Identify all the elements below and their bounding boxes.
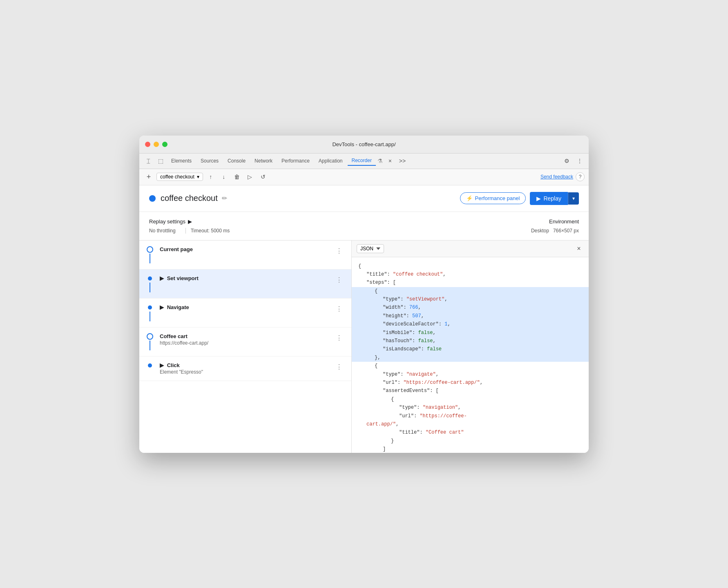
step-navigate[interactable]: ▶ Navigate ⋮ <box>139 298 351 327</box>
step-line-4 <box>150 341 150 350</box>
window-title: DevTools - coffee-cart.app/ <box>332 141 395 147</box>
tab-performance[interactable]: Performance <box>277 156 314 165</box>
replay-dropdown-btn[interactable]: ▾ <box>568 192 579 205</box>
step-expand-icon-click: ▶ <box>160 362 164 368</box>
json-type-val: "setViewport" <box>406 296 445 302</box>
env-resolution: 766×507 px <box>553 228 579 234</box>
export-btn[interactable]: ↑ <box>205 172 216 182</box>
replay-btn-group: ▶ Replay ▾ <box>530 192 579 205</box>
replay-label: Replay <box>543 195 561 202</box>
play-icon: ▷ <box>248 174 252 180</box>
gear-icon: ⚙ <box>564 158 569 164</box>
step-menu-click[interactable]: ⋮ <box>333 362 345 372</box>
json-ae-url-val2: cart.app/" <box>366 421 396 427</box>
json-ae-type-val: "navigation" <box>423 405 458 410</box>
json-mobile-line: "isMobile": false, <box>383 329 582 337</box>
step-coffee-cart[interactable]: Coffee cart https://coffee-cart.app/ ⋮ <box>139 327 351 356</box>
recorder-icon: ⚗ <box>377 158 383 164</box>
step-set-viewport[interactable]: ▶ Set viewport ⋮ <box>139 270 351 298</box>
json-landscape-line: "isLandscape": false <box>383 345 582 353</box>
nav-right: ⚙ ⋮ <box>561 155 585 167</box>
json-ae-key: "assertedEvents" <box>383 388 430 394</box>
close-recorder-btn[interactable]: × <box>384 155 396 167</box>
tab-sources[interactable]: Sources <box>197 156 223 165</box>
settings-expand-icon[interactable]: ▶ <box>188 218 192 225</box>
step-menu-set-viewport[interactable]: ⋮ <box>333 275 345 285</box>
tab-console[interactable]: Console <box>223 156 250 165</box>
step-click[interactable]: ▶ Click Element "Espresso" ⋮ <box>139 356 351 381</box>
json-touch-line: "hasTouch": false, <box>383 337 582 345</box>
tab-elements[interactable]: Elements <box>167 156 196 165</box>
devtools-nav: ⌶ ⬚ Elements Sources Console Network Per… <box>139 154 589 169</box>
step-current-page[interactable]: Current page ⋮ <box>139 241 351 270</box>
inspect-icon-btn[interactable]: ⬚ <box>155 155 166 167</box>
plus-icon: + <box>147 173 151 181</box>
json-block1-close: }, <box>375 354 582 362</box>
json-ae-type-key: "type" <box>399 405 417 410</box>
play-btn[interactable]: ▷ <box>245 172 255 182</box>
add-recording-btn[interactable]: + <box>143 172 154 182</box>
json-ae-title-line: "title": "Coffee cart" <box>399 428 582 437</box>
recording-selector[interactable]: coffee checkout ▾ <box>156 173 203 181</box>
step-content-navigate: ▶ Navigate <box>160 304 333 310</box>
json-height-val: 507 <box>412 313 421 319</box>
perf-panel-btn[interactable]: ⚡ Performance panel <box>460 192 526 204</box>
json-width-key: "width" <box>383 305 403 310</box>
json-ae-url-line2: cart.app/", <box>366 420 582 428</box>
step-label-text-navigate: Navigate <box>167 304 189 310</box>
close-traffic-light[interactable] <box>145 142 150 147</box>
settings-btn[interactable]: ⚙ <box>561 155 572 167</box>
step-label-set-viewport: ▶ Set viewport <box>160 275 333 281</box>
edit-title-icon[interactable]: ✏ <box>222 194 227 202</box>
reset-btn[interactable]: ↺ <box>258 172 268 182</box>
cursor-icon-btn[interactable]: ⌶ <box>143 155 154 167</box>
help-btn[interactable]: ? <box>576 172 585 181</box>
tab-application[interactable]: Application <box>315 156 347 165</box>
json-touch-val: false <box>418 338 433 344</box>
timeout-value: Timeout: 5000 ms <box>191 228 235 234</box>
tab-recorder[interactable]: Recorder <box>348 156 376 166</box>
json-width-line: "width": 766, <box>383 303 582 312</box>
import-btn[interactable]: ↓ <box>219 172 229 182</box>
json-ae-type-line: "type": "navigation", <box>399 403 582 412</box>
settings-title-text: Replay settings <box>149 218 185 225</box>
json-width-val: 766 <box>409 305 418 310</box>
replay-btn[interactable]: ▶ Replay <box>530 192 568 205</box>
json-panel: JSON YAML × { "title": "coffee checkout"… <box>352 241 589 453</box>
maximize-traffic-light[interactable] <box>162 142 167 147</box>
tab-network[interactable]: Network <box>250 156 277 165</box>
json-height-key: "height" <box>383 313 406 319</box>
step-sub-click: Element "Espresso" <box>160 369 333 375</box>
json-ae-close-brace: } <box>391 437 582 445</box>
step-menu-coffee-cart[interactable]: ⋮ <box>333 333 345 343</box>
recording-header: coffee checkout ✏ ⚡ Performance panel ▶ … <box>139 185 589 212</box>
step-circle-coffee-cart <box>147 333 153 340</box>
json-close-btn[interactable]: × <box>574 244 584 254</box>
perf-icon: ⚡ <box>466 195 473 201</box>
traffic-lights <box>145 142 167 147</box>
replay-dropdown-icon: ▾ <box>572 196 575 201</box>
step-label-current-page: Current page <box>160 246 333 252</box>
delete-btn[interactable]: 🗑 <box>232 172 242 182</box>
step-content-coffee-cart: Coffee cart https://coffee-cart.app/ <box>160 333 333 346</box>
step-label-coffee-cart: Coffee cart <box>160 333 333 339</box>
json-ae-open: { <box>391 395 582 403</box>
recorder-toolbar: + coffee checkout ▾ ↑ ↓ 🗑 ▷ ↺ Send feedb… <box>139 169 589 185</box>
json-toolbar: JSON YAML × <box>352 241 589 257</box>
json-type-line: "type": "setViewport", <box>383 295 582 303</box>
json-format-select[interactable]: JSON YAML <box>357 244 384 253</box>
step-menu-current-page[interactable]: ⋮ <box>333 246 345 256</box>
minimize-traffic-light[interactable] <box>154 142 159 147</box>
more-options-btn[interactable]: ⋮ <box>574 155 585 167</box>
json-nav-url-key: "url" <box>383 380 397 385</box>
json-steps-key: "steps" <box>366 280 387 285</box>
more-tabs-btn[interactable]: >> <box>397 155 408 167</box>
recording-title: coffee checkout <box>161 194 218 203</box>
chevron-right-icon: >> <box>399 158 406 164</box>
json-ae-close: ] <box>383 445 582 452</box>
step-menu-navigate[interactable]: ⋮ <box>333 304 345 314</box>
trash-icon: 🗑 <box>234 174 240 180</box>
send-feedback-link[interactable]: Send feedback <box>540 174 573 180</box>
json-nav-type-val: "navigate" <box>406 372 436 377</box>
step-label-navigate: ▶ Navigate <box>160 304 333 310</box>
